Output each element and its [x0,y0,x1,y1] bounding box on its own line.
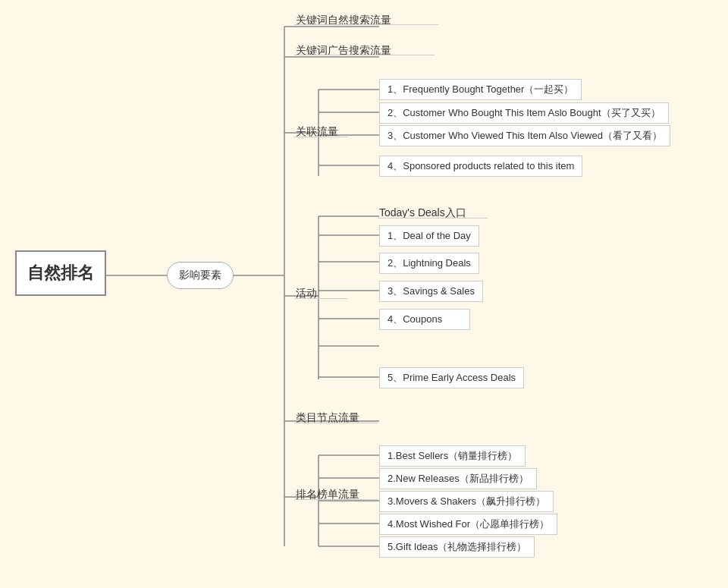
activity-leaf-1: 1、Deal of the Day [379,225,479,247]
branch-keyword-ad: 关键词广告搜索流量 [296,44,391,58]
influence-node: 影响要素 [167,262,234,289]
mind-map: 自然排名 影响要素 关键词自然搜索流量 关键词广告搜索流量 关联流量 1、Fre… [0,0,728,588]
branch-keyword-natural: 关键词自然搜索流量 [296,14,391,27]
ranking-leaf-2: 2.New Releases（新品排行榜） [379,468,537,489]
influence-label: 影响要素 [179,269,221,282]
related-leaf-2: 2、Customer Who Bought This Item Aslo Bou… [379,102,669,124]
activity-leaf-5: 5、Prime Early Access Deals [379,367,524,388]
root-label: 自然排名 [27,262,94,285]
related-leaf-1: 1、Frequently Bought Together（一起买） [379,79,582,100]
ranking-leaf-1: 1.Best Sellers（销量排行榜） [379,445,526,467]
activity-leaf-4: 4、Coupons [379,309,470,330]
ranking-leaf-3: 3.Movers & Shakers（飙升排行榜） [379,491,554,512]
related-leaf-3: 3、Customer Who Viewed This Item Also Vie… [379,125,670,146]
activity-leaf-3: 3、Savings & Sales [379,281,483,302]
ranking-leaf-4: 4.Most Wished For（心愿单排行榜） [379,514,557,535]
activity-leaf-2: 2、Lightning Deals [379,253,479,274]
related-leaf-4: 4、Sponsored products related to this ite… [379,156,582,177]
root-node: 自然排名 [15,250,106,296]
ranking-leaf-5: 5.Gift Ideas（礼物选择排行榜） [379,536,535,558]
